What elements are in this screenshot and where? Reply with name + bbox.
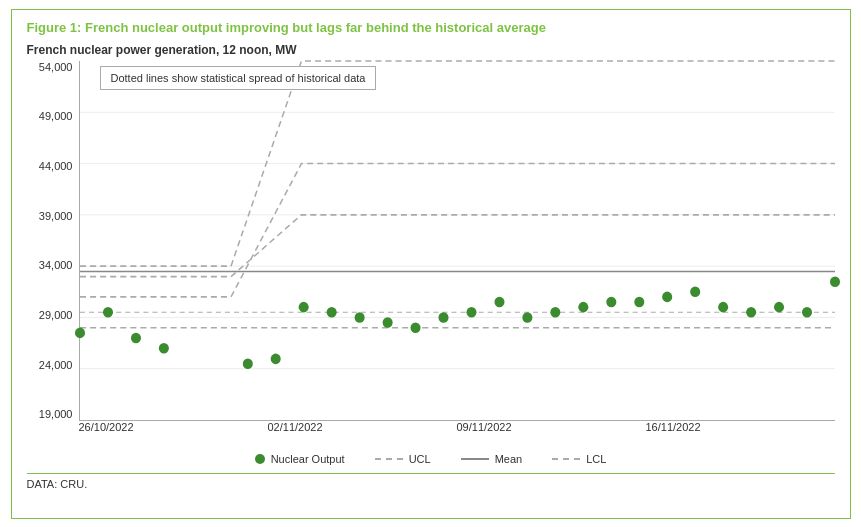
chart-area: 54,000 49,000 44,000 39,000 34,000 29,00… — [27, 61, 835, 421]
x-axis: 26/10/2022 02/11/2022 09/11/2022 16/11/2… — [79, 421, 835, 445]
data-point-15 — [522, 312, 532, 323]
y-label-24000: 24,000 — [27, 359, 73, 371]
legend-dash-lcl — [552, 458, 580, 460]
legend-mean: Mean — [461, 453, 523, 465]
data-point-19 — [634, 296, 644, 307]
y-label-39000: 39,000 — [27, 210, 73, 222]
legend-solid-mean — [461, 458, 489, 460]
data-point-2 — [102, 307, 112, 318]
legend-lcl: LCL — [552, 453, 606, 465]
data-point-3 — [130, 332, 140, 343]
data-point-20 — [662, 291, 672, 302]
data-point-7 — [298, 301, 308, 312]
data-point-8 — [326, 307, 336, 318]
legend-dot-nuclear — [255, 454, 265, 464]
y-label-19000: 19,000 — [27, 408, 73, 420]
data-point-13 — [466, 307, 476, 318]
ucl-inner2-line — [80, 214, 835, 276]
chart-subtitle: French nuclear power generation, 12 noon… — [27, 43, 835, 57]
tooltip-box: Dotted lines show statistical spread of … — [100, 66, 377, 90]
data-point-14 — [494, 296, 504, 307]
data-point-4 — [158, 343, 168, 354]
x-label-2: 02/11/2022 — [268, 421, 323, 433]
data-point-25 — [801, 307, 811, 318]
x-label-3: 09/11/2022 — [457, 421, 512, 433]
legend: Nuclear Output UCL Mean LCL — [27, 453, 835, 465]
legend-nuclear-output: Nuclear Output — [255, 453, 345, 465]
y-label-54000: 54,000 — [27, 61, 73, 73]
legend-dash-ucl — [375, 458, 403, 460]
data-point-5 — [242, 358, 252, 369]
data-point-1 — [74, 327, 84, 338]
legend-label-lcl: LCL — [586, 453, 606, 465]
data-point-22 — [718, 301, 728, 312]
y-label-29000: 29,000 — [27, 309, 73, 321]
data-point-17 — [578, 301, 588, 312]
y-axis: 54,000 49,000 44,000 39,000 34,000 29,00… — [27, 61, 79, 421]
main-svg — [80, 61, 835, 420]
tooltip-text: Dotted lines show statistical spread of … — [111, 72, 366, 84]
data-point-21 — [690, 286, 700, 297]
legend-ucl: UCL — [375, 453, 431, 465]
x-label-1: 26/10/2022 — [79, 421, 134, 433]
data-point-26 — [829, 276, 839, 287]
y-label-44000: 44,000 — [27, 160, 73, 172]
data-point-6 — [270, 353, 280, 364]
x-label-4: 16/11/2022 — [646, 421, 701, 433]
data-point-18 — [606, 296, 616, 307]
data-point-10 — [382, 317, 392, 328]
legend-label-ucl: UCL — [409, 453, 431, 465]
plot-area: Dotted lines show statistical spread of … — [79, 61, 835, 421]
legend-label-mean: Mean — [495, 453, 523, 465]
figure-title: Figure 1: French nuclear output improvin… — [27, 20, 835, 35]
data-source: DATA: CRU. — [27, 473, 835, 490]
data-point-12 — [438, 312, 448, 323]
data-point-11 — [410, 322, 420, 333]
chart-container: Figure 1: French nuclear output improvin… — [11, 9, 851, 519]
data-point-16 — [550, 307, 560, 318]
data-point-24 — [773, 301, 783, 312]
data-point-23 — [746, 307, 756, 318]
data-point-9 — [354, 312, 364, 323]
y-label-49000: 49,000 — [27, 110, 73, 122]
legend-label-nuclear: Nuclear Output — [271, 453, 345, 465]
y-label-34000: 34,000 — [27, 259, 73, 271]
